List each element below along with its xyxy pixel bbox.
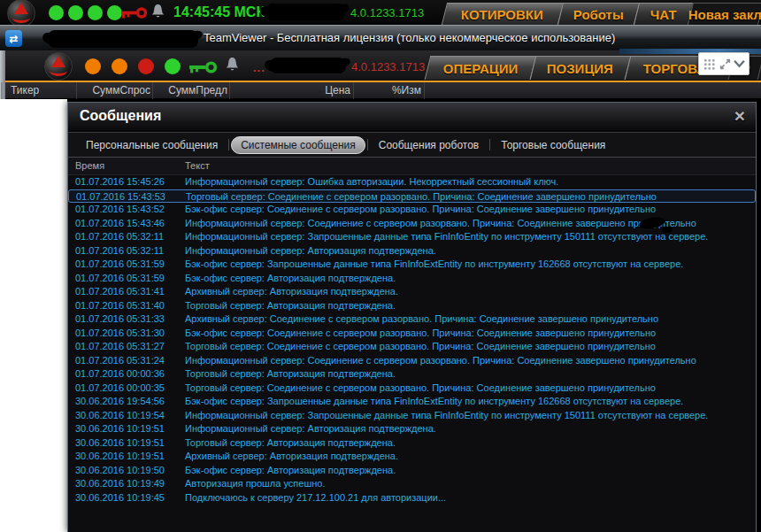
column-header-pctchange[interactable]: %Изм bbox=[350, 84, 421, 96]
quotes-grid-header: Тикер СуммСпрос СуммПредл Цена %Изм bbox=[5, 82, 761, 99]
status-dot-icon bbox=[49, 5, 64, 20]
row-text: Информационный сервер: Ошибка авторизаци… bbox=[185, 175, 558, 189]
workspace-tabstrip: КОТИРОВКИ Роботы ЧАТ Новая закл bbox=[445, 3, 761, 25]
table-row[interactable]: 01.07.2016 00:00:35Торговый сервер: Соед… bbox=[68, 382, 756, 396]
row-text: Информационный сервер: Авторизация подтв… bbox=[185, 422, 436, 436]
key-icon bbox=[121, 6, 148, 23]
dialog-titlebar[interactable]: Сообщения × bbox=[68, 103, 756, 133]
row-text: Торговый сервер: Авторизация подтвержден… bbox=[185, 367, 396, 382]
table-row[interactable]: 01.07.2016 05:31:27Торговый сервер: Соед… bbox=[68, 340, 756, 354]
column-header-text[interactable]: Текст bbox=[185, 160, 210, 171]
status-dot-icon bbox=[68, 5, 83, 20]
close-icon[interactable]: × bbox=[734, 105, 745, 127]
table-row[interactable]: 01.07.2016 05:31:24Информационный сервер… bbox=[68, 354, 756, 368]
table-row[interactable]: 01.07.2016 15:43:52Бэк-офис сервер: Соед… bbox=[68, 203, 756, 217]
redaction-scribble bbox=[270, 58, 346, 73]
table-row[interactable]: 01.07.2016 05:31:33Архивный сервер: Соед… bbox=[68, 312, 756, 327]
table-row[interactable]: 01.07.2016 05:32:11Информационный сервер… bbox=[68, 230, 756, 244]
row-time: 30.06.2016 10:19:49 bbox=[75, 477, 165, 491]
row-text: Информационный сервер: Запрошенные данны… bbox=[185, 230, 708, 244]
clock-label: 14:45:45 МСК bbox=[173, 4, 265, 20]
table-row[interactable]: 30.06.2016 10:19:51Торговый сервер: Авто… bbox=[68, 436, 756, 451]
tab-operacii[interactable]: ОПЕРАЦИИ bbox=[425, 56, 537, 80]
table-row[interactable]: 01.07.2016 15:43:53Торговый сервер: Соед… bbox=[68, 189, 756, 204]
row-time: 01.07.2016 05:31:41 bbox=[75, 285, 165, 299]
row-time: 30.06.2016 10:19:51 bbox=[75, 422, 165, 436]
messages-dialog: Сообщения × Персональные сообщения Систе… bbox=[67, 102, 757, 532]
table-row[interactable]: 01.07.2016 05:31:59Бэк-офис сервер: Авто… bbox=[68, 272, 756, 286]
row-time: 30.06.2016 10:19:51 bbox=[75, 450, 165, 464]
table-row[interactable]: 01.07.2016 05:31:30Бэк-офис сервер: Соед… bbox=[68, 327, 756, 341]
row-text: Бэк-офис сервер: Соединение с сервером р… bbox=[185, 327, 656, 341]
tab-new-bookmark[interactable]: Новая закл bbox=[688, 3, 761, 25]
table-row[interactable]: 01.07.2016 05:32:11Информационный сервер… bbox=[68, 244, 756, 258]
background-white-area bbox=[0, 99, 67, 532]
table-row[interactable]: 30.06.2016 10:19:45Подключаюсь к серверу… bbox=[68, 491, 756, 505]
row-text: Информационный сервер: Соединение с серв… bbox=[185, 217, 696, 231]
table-row[interactable]: 01.07.2016 05:31:40Торговый сервер: Авто… bbox=[68, 299, 756, 313]
column-header-time[interactable]: Время bbox=[75, 160, 104, 171]
row-text: Авторизация прошла успешно. bbox=[185, 477, 326, 491]
table-row[interactable]: 30.06.2016 10:19:51Информационный сервер… bbox=[68, 422, 756, 436]
row-text: Бэк-офис сервер: Запрошенные данные типа… bbox=[185, 258, 683, 272]
tab-kotirovki[interactable]: КОТИРОВКИ bbox=[442, 3, 564, 25]
row-time: 01.07.2016 15:43:53 bbox=[76, 190, 165, 204]
redaction-scribble bbox=[265, 4, 345, 20]
row-time: 01.07.2016 05:31:24 bbox=[75, 354, 165, 368]
tab-robot-messages[interactable]: Сообщения роботов bbox=[370, 136, 488, 154]
drag-handle-icon[interactable] bbox=[703, 58, 716, 71]
tab-trade-messages[interactable]: Торговые сообщения bbox=[492, 136, 614, 154]
row-time: 01.07.2016 05:32:11 bbox=[75, 244, 164, 258]
row-time: 01.07.2016 15:45:26 bbox=[75, 175, 165, 189]
table-row[interactable]: 30.06.2016 10:19:49Авторизация прошла ус… bbox=[68, 477, 756, 491]
screen: 14:45:45 МСК 4.0.1233.1713 КОТИРОВКИ Роб… bbox=[0, 0, 761, 532]
column-header-sumsupply[interactable]: СуммПредл bbox=[157, 84, 227, 96]
tab-personal-messages[interactable]: Персональные сообщения bbox=[77, 136, 227, 154]
row-text: Информационный сервер: Соединение с серв… bbox=[185, 354, 696, 368]
table-row[interactable]: 30.06.2016 19:54:56Бэк-офис сервер: Запр… bbox=[68, 395, 756, 409]
teamviewer-titlebar[interactable]: ⇄ TeamViewer - Бесплатная лицензия (толь… bbox=[0, 25, 761, 50]
row-text: Подключаюсь к серверу 217.12.100.21 для … bbox=[185, 491, 446, 505]
table-row[interactable]: 01.07.2016 15:45:26Информационный сервер… bbox=[68, 175, 756, 189]
row-text: Информационный сервер: Запрошенные данны… bbox=[185, 409, 708, 423]
app-version-label: 4.0.1233.1713 bbox=[350, 6, 424, 19]
table-row[interactable]: 30.06.2016 10:19:51Архивный сервер: Авто… bbox=[68, 450, 756, 464]
connection-dots-label: ... bbox=[253, 61, 265, 74]
trading-app-topbar: 14:45:45 МСК 4.0.1233.1713 КОТИРОВКИ Роб… bbox=[0, 0, 761, 25]
tab-roboty[interactable]: Роботы bbox=[557, 3, 640, 25]
table-row[interactable]: 01.07.2016 05:31:59Бэк-офис сервер: Запр… bbox=[68, 258, 756, 272]
row-time: 01.07.2016 00:00:35 bbox=[75, 382, 165, 396]
row-text: Торговый сервер: Авторизация подтвержден… bbox=[185, 436, 396, 451]
table-row[interactable]: 01.07.2016 00:00:36Торговый сервер: Авто… bbox=[68, 367, 756, 382]
tab-pozicia[interactable]: ПОЗИЦИЯ bbox=[530, 56, 632, 80]
status-dot-icon bbox=[107, 5, 122, 20]
column-header-ticker[interactable]: Тикер bbox=[11, 84, 39, 96]
window-border-line bbox=[4, 82, 5, 99]
row-time: 01.07.2016 05:31:33 bbox=[75, 312, 165, 327]
remote-version-label: 4.0.1233.1713 bbox=[351, 60, 425, 73]
app-logo-icon[interactable] bbox=[7, 0, 35, 27]
messages-table-header: Время Текст bbox=[68, 158, 756, 175]
row-time: 01.07.2016 05:31:30 bbox=[75, 327, 165, 341]
status-dot-icon bbox=[88, 5, 103, 20]
column-header-price[interactable]: Цена bbox=[280, 84, 350, 96]
bell-icon[interactable] bbox=[150, 4, 165, 24]
row-text: Архивный сервер: Авторизация подтвержден… bbox=[185, 450, 398, 464]
row-time: 01.07.2016 05:31:40 bbox=[75, 299, 165, 313]
table-row[interactable]: 30.06.2016 10:19:54Информационный сервер… bbox=[68, 409, 756, 423]
row-text: Бэк-офис сервер: Авторизация подтвержден… bbox=[185, 272, 396, 286]
column-header-sumdemand[interactable]: СуммСпрос bbox=[80, 84, 150, 96]
chevron-down-icon[interactable] bbox=[734, 59, 745, 68]
teamviewer-mini-panel[interactable] bbox=[698, 52, 749, 75]
fullscreen-icon[interactable] bbox=[719, 58, 731, 70]
tab-system-messages[interactable]: Системные сообщения bbox=[231, 136, 365, 154]
redaction-smudge bbox=[662, 227, 673, 233]
row-text: Архивный сервер: Соединение с сервером р… bbox=[185, 312, 658, 327]
dialog-title: Сообщения bbox=[80, 108, 161, 124]
row-text: Торговый сервер: Соединение с сервером р… bbox=[185, 340, 656, 354]
app-logo-icon[interactable] bbox=[44, 52, 73, 81]
remote-app-toolbar: ... 4.0.1233.1713 ОПЕРАЦИИ ПОЗИЦИЯ ТОРГО… bbox=[0, 50, 761, 81]
table-row[interactable]: 01.07.2016 05:31:41Архивный сервер: Авто… bbox=[68, 285, 756, 299]
table-row[interactable]: 30.06.2016 10:19:50Бэк-офис сервер: Авто… bbox=[68, 464, 756, 478]
bell-icon[interactable] bbox=[225, 57, 240, 77]
